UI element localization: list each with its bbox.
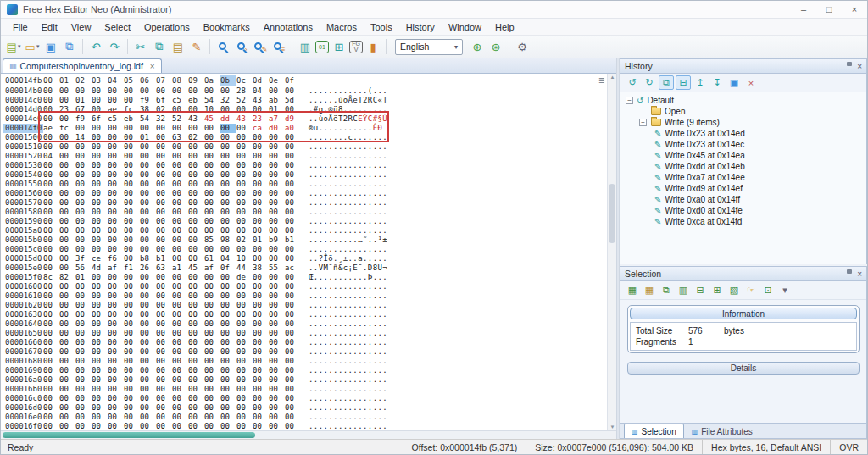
hex-byte[interactable]: 45 xyxy=(204,114,220,124)
hex-byte[interactable]: 00 xyxy=(156,245,172,254)
hex-byte[interactable]: 00 xyxy=(59,161,75,170)
hex-byte[interactable]: 00 xyxy=(124,236,140,245)
hex-byte[interactable]: 00 xyxy=(108,198,124,208)
hex-byte[interactable]: 00 xyxy=(92,394,108,403)
hex-byte[interactable]: 00 xyxy=(140,245,156,254)
hex-byte[interactable]: 00 xyxy=(124,152,140,161)
hex-byte[interactable]: 00 xyxy=(92,180,108,189)
hex-byte[interactable]: 00 xyxy=(59,96,75,105)
menu-operations[interactable]: Operations xyxy=(137,20,197,34)
menu-history[interactable]: History xyxy=(399,20,442,34)
hex-byte[interactable]: 00 xyxy=(220,189,236,198)
hex-byte[interactable]: 00 xyxy=(236,310,253,319)
hex-byte[interactable]: 00 xyxy=(124,208,140,217)
hex-byte[interactable]: 00 xyxy=(75,161,92,170)
hex-byte[interactable]: 00 xyxy=(220,161,236,170)
hex-byte[interactable]: 00 xyxy=(92,208,108,217)
hex-byte[interactable]: 00 xyxy=(92,385,108,394)
history-branch[interactable]: −Write (9 items) xyxy=(620,117,866,128)
ascii-row[interactable]: ........c....... xyxy=(309,133,387,142)
hex-byte[interactable]: 00 xyxy=(140,366,156,375)
hex-byte[interactable]: 00 xyxy=(43,226,59,236)
hex-byte[interactable]: 00 xyxy=(92,329,108,338)
hex-byte[interactable]: 00 xyxy=(75,152,92,161)
hex-byte[interactable]: 00 xyxy=(285,217,301,226)
hex-byte[interactable]: 00 xyxy=(220,301,236,310)
hex-byte[interactable]: 00 xyxy=(172,403,188,413)
hex-byte[interactable]: 8c xyxy=(43,273,59,282)
hex-byte[interactable]: 00 xyxy=(220,226,236,236)
hex-byte[interactable]: 00 xyxy=(75,236,92,245)
hex-byte[interactable]: 00 xyxy=(59,366,75,375)
hex-byte[interactable]: 00 xyxy=(269,152,285,161)
hex-byte[interactable]: 00 xyxy=(156,273,172,282)
hex-byte[interactable]: 00 xyxy=(59,403,75,413)
hex-byte[interactable]: 00 xyxy=(156,180,172,189)
hex-byte[interactable]: 00 xyxy=(140,301,156,310)
hex-byte[interactable]: 00 xyxy=(188,105,204,114)
hex-byte[interactable]: 00 xyxy=(204,124,220,133)
hex-byte[interactable]: 00 xyxy=(43,375,59,385)
hex-byte[interactable]: 00 xyxy=(172,319,188,329)
hex-byte[interactable]: 00 xyxy=(253,282,269,291)
menu-help[interactable]: Help xyxy=(488,20,521,34)
hex-byte[interactable]: 00 xyxy=(253,413,269,422)
copy-as-button[interactable]: ▥ xyxy=(297,38,314,55)
hex-byte[interactable]: 00 xyxy=(188,338,204,347)
hex-byte[interactable]: 00 xyxy=(236,329,253,338)
hex-byte[interactable]: 54 xyxy=(140,114,156,124)
collapse-icon[interactable]: − xyxy=(639,119,647,126)
hex-byte[interactable]: 00 xyxy=(75,413,92,422)
hex-byte[interactable]: 00 xyxy=(188,403,204,413)
hex-byte[interactable]: 00 xyxy=(156,217,172,226)
hex-byte[interactable]: 00 xyxy=(43,217,59,226)
hex-byte[interactable]: 00 xyxy=(108,236,124,245)
hex-byte[interactable]: 00 xyxy=(124,245,140,254)
hex-byte[interactable]: 00 xyxy=(124,375,140,385)
menu-file[interactable]: File xyxy=(6,20,35,34)
hex-byte[interactable]: 00 xyxy=(188,226,204,236)
hex-byte[interactable]: 02 xyxy=(188,133,204,142)
menu-annotations[interactable]: Annotations xyxy=(257,20,320,34)
hex-byte[interactable]: 00 xyxy=(124,347,140,357)
hex-byte[interactable]: 00 xyxy=(156,301,172,310)
hex-byte[interactable]: 00 xyxy=(75,180,92,189)
hex-byte[interactable]: 00 xyxy=(269,217,285,226)
hex-byte[interactable]: 00 xyxy=(108,152,124,161)
hex-byte[interactable]: 00 xyxy=(108,133,124,142)
hex-byte[interactable]: 00 xyxy=(236,198,253,208)
save-all-button[interactable]: ⧉ xyxy=(61,38,78,55)
hex-byte[interactable]: 00 xyxy=(43,170,59,180)
hex-byte[interactable]: 00 xyxy=(172,273,188,282)
hex-byte[interactable]: 00 xyxy=(269,375,285,385)
hex-byte[interactable]: 00 xyxy=(92,124,108,133)
hex-byte[interactable]: 00 xyxy=(75,347,92,357)
hex-byte[interactable]: 00 xyxy=(236,282,253,291)
history-write-item[interactable]: ✎Write 0xd9 at 0x14ef xyxy=(620,183,866,194)
hex-byte[interactable]: 00 xyxy=(140,86,156,96)
hex-byte[interactable]: 00 xyxy=(75,338,92,347)
hex-byte[interactable]: 00 xyxy=(59,319,75,329)
hex-byte[interactable]: 00 xyxy=(172,422,188,430)
hex-byte[interactable]: 00 xyxy=(172,291,188,301)
hex-byte[interactable]: 00 xyxy=(124,124,140,133)
ascii-row[interactable]: ................ xyxy=(309,385,387,394)
hex-byte[interactable]: 00 xyxy=(108,124,124,133)
hex-byte[interactable]: 00 xyxy=(220,338,236,347)
hex-byte[interactable]: 00 xyxy=(124,133,140,142)
hex-byte[interactable]: 00 xyxy=(269,226,285,236)
hex-byte[interactable]: 00 xyxy=(108,375,124,385)
hex-byte[interactable]: 00 xyxy=(204,366,220,375)
hex-byte[interactable]: 00 xyxy=(253,152,269,161)
hex-byte[interactable]: 00 xyxy=(220,394,236,403)
hex-byte[interactable]: 00 xyxy=(156,170,172,180)
hex-byte[interactable]: 00 xyxy=(75,385,92,394)
hex-byte[interactable]: 00 xyxy=(43,319,59,329)
hex-byte[interactable]: 00 xyxy=(43,236,59,245)
hex-byte[interactable]: 00 xyxy=(156,319,172,329)
hex-byte[interactable]: 00 xyxy=(253,217,269,226)
clear-history-button[interactable]: × xyxy=(743,75,759,90)
hex-byte[interactable]: 01 xyxy=(75,96,92,105)
minimize-button[interactable]: – xyxy=(791,1,816,19)
hex-byte[interactable]: 00 xyxy=(269,198,285,208)
